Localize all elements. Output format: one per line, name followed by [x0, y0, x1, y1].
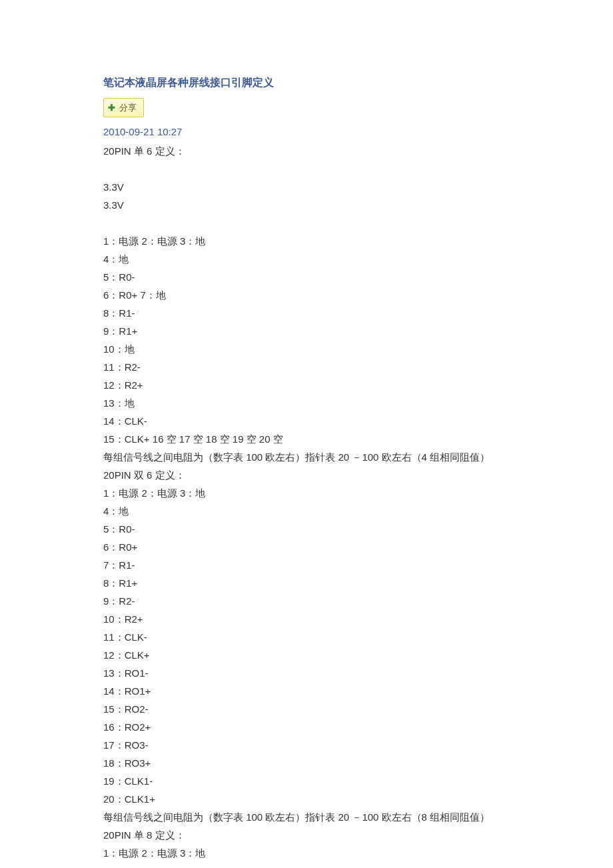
content-line: 每组信号线之间电阻为（数字表 100 欧左右）指针表 20 －100 欧左右（4… [103, 448, 526, 466]
content-line: 14：CLK- [103, 412, 526, 430]
document-content: 20PIN 单 6 定义： 3.3V3.3V 1：电源 2：电源 3：地4：地5… [103, 142, 526, 862]
content-line: 10：R2+ [103, 610, 526, 628]
timestamp: 2010-09-21 10:27 [103, 123, 526, 141]
content-line: 10：地 [103, 340, 526, 358]
content-line: 5：R0- [103, 520, 526, 538]
content-line: 16：RO2+ [103, 718, 526, 736]
content-line: 1：电源 2：电源 3：地 [103, 232, 526, 250]
content-line: 20PIN 双 6 定义： [103, 466, 526, 484]
content-line: 6：R0+ [103, 538, 526, 556]
content-line: 11：R2- [103, 358, 526, 376]
content-line: 1：电源 2：电源 3：地 [103, 844, 526, 862]
content-line: 8：R1- [103, 304, 526, 322]
content-line: 19：CLK1- [103, 772, 526, 790]
plus-icon: ✚ [108, 103, 115, 113]
content-line [103, 160, 526, 178]
content-line: 12：R2+ [103, 376, 526, 394]
content-line: 13：RO1- [103, 664, 526, 682]
content-line: 7：R1- [103, 556, 526, 574]
content-line: 11：CLK- [103, 628, 526, 646]
content-line: 3.3V [103, 196, 526, 214]
content-line: 20：CLK1+ [103, 790, 526, 808]
content-line: 9：R1+ [103, 322, 526, 340]
content-line: 20PIN 单 8 定义： [103, 826, 526, 844]
content-line: 6：R0+ 7：地 [103, 286, 526, 304]
content-line: 4：地 [103, 502, 526, 520]
share-button[interactable]: ✚ 分享 [103, 98, 144, 117]
content-line [103, 214, 526, 232]
document-title: 笔记本液晶屏各种屏线接口引脚定义 [103, 73, 526, 93]
content-line: 13：地 [103, 394, 526, 412]
content-line: 14：RO1+ [103, 682, 526, 700]
content-line: 20PIN 单 6 定义： [103, 142, 526, 160]
content-line: 15：CLK+ 16 空 17 空 18 空 19 空 20 空 [103, 430, 526, 448]
content-line: 9：R2- [103, 592, 526, 610]
content-line: 12：CLK+ [103, 646, 526, 664]
content-line: 5：R0- [103, 268, 526, 286]
content-line: 每组信号线之间电阻为（数字表 100 欧左右）指针表 20 －100 欧左右（8… [103, 808, 526, 826]
content-line: 15：RO2- [103, 700, 526, 718]
share-label: 分享 [119, 103, 137, 113]
content-line: 1：电源 2：电源 3：地 [103, 484, 526, 502]
content-line: 4：地 [103, 250, 526, 268]
content-line: 8：R1+ [103, 574, 526, 592]
content-line: 18：RO3+ [103, 754, 526, 772]
content-line: 3.3V [103, 178, 526, 196]
content-line: 17：RO3- [103, 736, 526, 754]
